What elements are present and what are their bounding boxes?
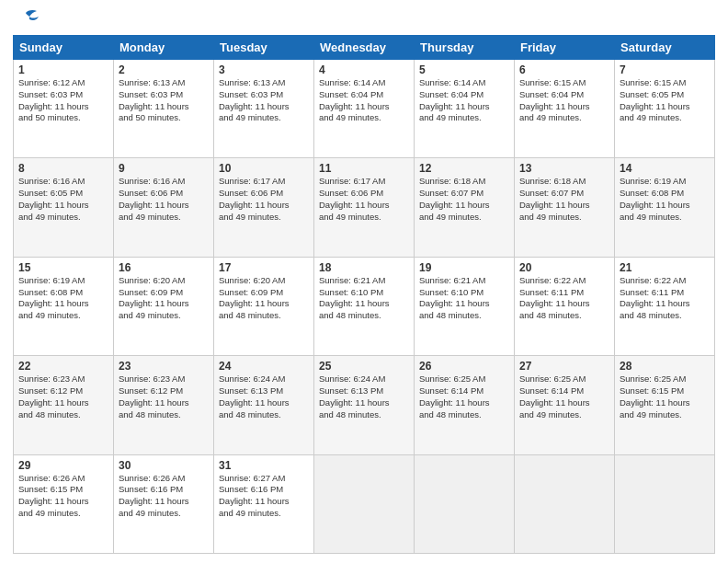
day-number: 23: [119, 360, 209, 373]
day-info: Sunrise: 6:18 AM Sunset: 6:07 PM Dayligh…: [519, 176, 609, 223]
table-row: [515, 454, 615, 553]
col-thursday: Thursday: [415, 36, 515, 60]
table-row: 22Sunrise: 6:23 AM Sunset: 6:12 PM Dayli…: [14, 356, 114, 454]
day-info: Sunrise: 6:25 AM Sunset: 6:14 PM Dayligh…: [419, 373, 509, 420]
table-row: 30Sunrise: 6:26 AM Sunset: 6:16 PM Dayli…: [114, 454, 214, 553]
table-row: 4Sunrise: 6:14 AM Sunset: 6:04 PM Daylig…: [314, 60, 415, 158]
day-info: Sunrise: 6:26 AM Sunset: 6:15 PM Dayligh…: [18, 473, 108, 520]
day-number: 29: [18, 459, 108, 472]
logo: [13, 9, 42, 29]
table-row: 3Sunrise: 6:13 AM Sunset: 6:03 PM Daylig…: [214, 60, 314, 158]
calendar-header-row: Sunday Monday Tuesday Wednesday Thursday…: [14, 36, 715, 60]
day-number: 13: [519, 162, 609, 175]
table-row: [314, 454, 415, 553]
day-info: Sunrise: 6:14 AM Sunset: 6:04 PM Dayligh…: [419, 77, 509, 124]
day-info: Sunrise: 6:17 AM Sunset: 6:06 PM Dayligh…: [319, 176, 409, 223]
day-number: 3: [219, 63, 309, 76]
day-number: 1: [18, 63, 108, 76]
col-sunday: Sunday: [14, 36, 114, 60]
day-info: Sunrise: 6:21 AM Sunset: 6:10 PM Dayligh…: [419, 275, 509, 322]
table-row: 7Sunrise: 6:15 AM Sunset: 6:05 PM Daylig…: [615, 60, 715, 158]
logo-bird-icon: [13, 9, 40, 29]
day-info: Sunrise: 6:25 AM Sunset: 6:14 PM Dayligh…: [519, 373, 609, 420]
col-monday: Monday: [114, 36, 214, 60]
day-number: 5: [419, 63, 509, 76]
header: [13, 9, 715, 29]
day-number: 8: [18, 162, 108, 175]
day-info: Sunrise: 6:23 AM Sunset: 6:12 PM Dayligh…: [18, 373, 108, 420]
day-number: 18: [319, 261, 409, 274]
day-info: Sunrise: 6:19 AM Sunset: 6:08 PM Dayligh…: [620, 176, 710, 223]
table-row: 9Sunrise: 6:16 AM Sunset: 6:06 PM Daylig…: [114, 158, 214, 257]
table-row: 5Sunrise: 6:14 AM Sunset: 6:04 PM Daylig…: [415, 60, 515, 158]
day-info: Sunrise: 6:21 AM Sunset: 6:10 PM Dayligh…: [319, 275, 409, 322]
day-number: 2: [119, 63, 209, 76]
day-info: Sunrise: 6:24 AM Sunset: 6:13 PM Dayligh…: [319, 373, 409, 420]
day-info: Sunrise: 6:15 AM Sunset: 6:04 PM Dayligh…: [519, 77, 609, 124]
day-info: Sunrise: 6:15 AM Sunset: 6:05 PM Dayligh…: [620, 77, 710, 124]
day-info: Sunrise: 6:12 AM Sunset: 6:03 PM Dayligh…: [18, 77, 108, 124]
day-info: Sunrise: 6:13 AM Sunset: 6:03 PM Dayligh…: [119, 77, 209, 124]
day-info: Sunrise: 6:27 AM Sunset: 6:16 PM Dayligh…: [219, 473, 309, 520]
col-wednesday: Wednesday: [314, 36, 415, 60]
day-number: 22: [18, 360, 108, 373]
table-row: 21Sunrise: 6:22 AM Sunset: 6:11 PM Dayli…: [615, 257, 715, 355]
day-number: 30: [119, 459, 209, 472]
day-info: Sunrise: 6:14 AM Sunset: 6:04 PM Dayligh…: [319, 77, 409, 124]
day-info: Sunrise: 6:26 AM Sunset: 6:16 PM Dayligh…: [119, 473, 209, 520]
day-info: Sunrise: 6:23 AM Sunset: 6:12 PM Dayligh…: [119, 373, 209, 420]
page: Sunday Monday Tuesday Wednesday Thursday…: [0, 0, 728, 563]
table-row: 19Sunrise: 6:21 AM Sunset: 6:10 PM Dayli…: [415, 257, 515, 355]
day-info: Sunrise: 6:16 AM Sunset: 6:06 PM Dayligh…: [119, 176, 209, 223]
day-number: 25: [319, 360, 409, 373]
day-number: 10: [219, 162, 309, 175]
day-info: Sunrise: 6:13 AM Sunset: 6:03 PM Dayligh…: [219, 77, 309, 124]
table-row: 20Sunrise: 6:22 AM Sunset: 6:11 PM Dayli…: [515, 257, 615, 355]
day-info: Sunrise: 6:20 AM Sunset: 6:09 PM Dayligh…: [119, 275, 209, 322]
table-row: 11Sunrise: 6:17 AM Sunset: 6:06 PM Dayli…: [314, 158, 415, 257]
table-row: 15Sunrise: 6:19 AM Sunset: 6:08 PM Dayli…: [14, 257, 114, 355]
day-number: 15: [18, 261, 108, 274]
day-number: 31: [219, 459, 309, 472]
day-info: Sunrise: 6:24 AM Sunset: 6:13 PM Dayligh…: [219, 373, 309, 420]
table-row: 29Sunrise: 6:26 AM Sunset: 6:15 PM Dayli…: [14, 454, 114, 553]
table-row: 12Sunrise: 6:18 AM Sunset: 6:07 PM Dayli…: [415, 158, 515, 257]
calendar-table: Sunday Monday Tuesday Wednesday Thursday…: [13, 35, 715, 554]
table-row: 1Sunrise: 6:12 AM Sunset: 6:03 PM Daylig…: [14, 60, 114, 158]
table-row: 8Sunrise: 6:16 AM Sunset: 6:05 PM Daylig…: [14, 158, 114, 257]
table-row: 13Sunrise: 6:18 AM Sunset: 6:07 PM Dayli…: [515, 158, 615, 257]
day-number: 4: [319, 63, 409, 76]
col-tuesday: Tuesday: [214, 36, 314, 60]
day-number: 21: [620, 261, 710, 274]
day-number: 26: [419, 360, 509, 373]
table-row: 2Sunrise: 6:13 AM Sunset: 6:03 PM Daylig…: [114, 60, 214, 158]
table-row: 16Sunrise: 6:20 AM Sunset: 6:09 PM Dayli…: [114, 257, 214, 355]
table-row: 24Sunrise: 6:24 AM Sunset: 6:13 PM Dayli…: [214, 356, 314, 454]
table-row: 18Sunrise: 6:21 AM Sunset: 6:10 PM Dayli…: [314, 257, 415, 355]
day-number: 9: [119, 162, 209, 175]
day-number: 20: [519, 261, 609, 274]
col-saturday: Saturday: [615, 36, 715, 60]
day-info: Sunrise: 6:20 AM Sunset: 6:09 PM Dayligh…: [219, 275, 309, 322]
day-number: 11: [319, 162, 409, 175]
day-info: Sunrise: 6:18 AM Sunset: 6:07 PM Dayligh…: [419, 176, 509, 223]
table-row: 27Sunrise: 6:25 AM Sunset: 6:14 PM Dayli…: [515, 356, 615, 454]
col-friday: Friday: [515, 36, 615, 60]
table-row: 17Sunrise: 6:20 AM Sunset: 6:09 PM Dayli…: [214, 257, 314, 355]
table-row: [415, 454, 515, 553]
day-info: Sunrise: 6:19 AM Sunset: 6:08 PM Dayligh…: [18, 275, 108, 322]
table-row: 6Sunrise: 6:15 AM Sunset: 6:04 PM Daylig…: [515, 60, 615, 158]
day-info: Sunrise: 6:22 AM Sunset: 6:11 PM Dayligh…: [620, 275, 710, 322]
table-row: 14Sunrise: 6:19 AM Sunset: 6:08 PM Dayli…: [615, 158, 715, 257]
day-number: 6: [519, 63, 609, 76]
day-info: Sunrise: 6:22 AM Sunset: 6:11 PM Dayligh…: [519, 275, 609, 322]
day-number: 24: [219, 360, 309, 373]
day-number: 7: [620, 63, 710, 76]
day-number: 17: [219, 261, 309, 274]
day-number: 27: [519, 360, 609, 373]
day-number: 28: [620, 360, 710, 373]
day-number: 12: [419, 162, 509, 175]
table-row: 10Sunrise: 6:17 AM Sunset: 6:06 PM Dayli…: [214, 158, 314, 257]
table-row: 26Sunrise: 6:25 AM Sunset: 6:14 PM Dayli…: [415, 356, 515, 454]
table-row: 25Sunrise: 6:24 AM Sunset: 6:13 PM Dayli…: [314, 356, 415, 454]
